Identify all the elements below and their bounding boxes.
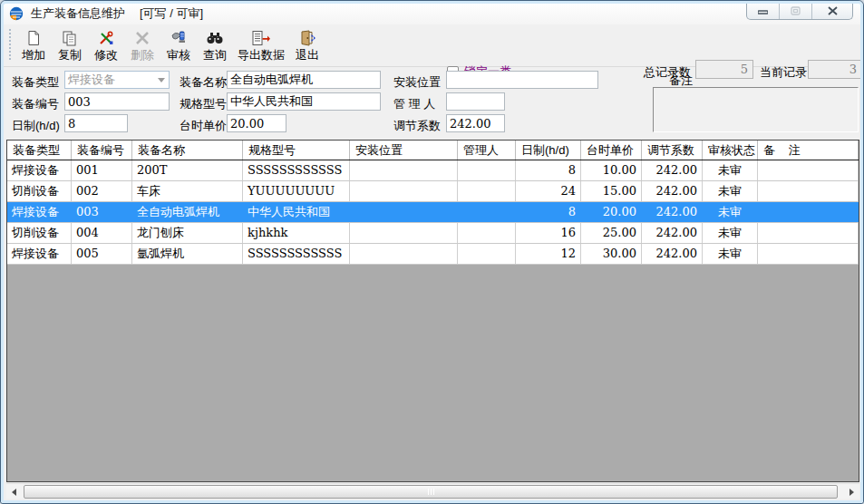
title-mode: [可写 / 可审] — [140, 6, 203, 20]
table-cell: 242.00 — [642, 160, 703, 180]
audit-button-label: 审核 — [167, 48, 190, 63]
restore-button[interactable] — [780, 3, 812, 19]
table-cell: 16 — [516, 223, 581, 243]
table-cell: 龙门刨床 — [132, 223, 243, 243]
exit-icon — [298, 28, 316, 48]
arrow-right-icon — [849, 489, 854, 496]
table-cell: 25.00 — [581, 223, 642, 243]
table-cell — [458, 244, 516, 264]
equipment-no-field[interactable] — [64, 92, 170, 111]
hourly-price-field[interactable] — [227, 114, 286, 132]
table-cell: 未审 — [703, 244, 758, 264]
page-title: 生产装备信息维护[可写 / 可审] — [31, 3, 203, 24]
audit-icon — [170, 28, 187, 48]
table-cell: SSSSSSSSSSSS — [243, 160, 350, 180]
current-record-label: 当前记录 — [760, 64, 807, 81]
scroll-right-button[interactable] — [844, 484, 859, 499]
grid-header: 装备类型装备编号装备名称规格型号安装位置管理人日制(h/d)台时单价调节系数审核… — [7, 141, 859, 160]
table-cell — [350, 244, 458, 264]
table-cell — [350, 160, 458, 180]
table-cell: 焊接设备 — [7, 202, 72, 222]
delete-button[interactable]: 删除 — [124, 26, 160, 63]
grid-column-header: 备 注 — [758, 141, 859, 160]
equipment-name-field[interactable] — [227, 71, 381, 89]
horizontal-scrollbar[interactable] — [6, 483, 859, 499]
exit-button[interactable]: 退出 — [289, 26, 325, 63]
table-cell — [458, 202, 516, 222]
table-cell: 200T — [132, 160, 243, 180]
table-row[interactable]: 焊接设备003全自动电弧焊机中华人民共和国820.00242.00未审 — [7, 202, 859, 223]
table-cell: 004 — [72, 223, 132, 243]
table-cell: 242.00 — [642, 202, 703, 222]
close-button[interactable] — [812, 3, 852, 19]
table-cell: 8 — [516, 160, 581, 180]
table-cell: 20.00 — [581, 202, 642, 222]
table-cell — [350, 223, 458, 243]
table-cell: SSSSSSSSSSSS — [243, 244, 350, 264]
table-cell: 242.00 — [642, 244, 703, 264]
table-cell: 未审 — [703, 223, 758, 243]
spec-model-field[interactable] — [227, 92, 381, 111]
toolbar-gripper[interactable] — [9, 29, 12, 62]
table-cell: 切削设备 — [7, 223, 72, 243]
grid-column-header: 审核状态 — [703, 141, 758, 160]
grid-column-header: 调节系数 — [642, 141, 703, 160]
grid-column-header: 装备名称 — [132, 141, 243, 160]
table-cell: 10.00 — [581, 160, 642, 180]
table-cell: 焊接设备 — [7, 244, 72, 264]
equipment-type-value: 焊接设备 — [65, 72, 154, 88]
manager-field[interactable] — [446, 92, 505, 111]
table-cell: 氩弧焊机 — [132, 244, 243, 264]
table-row[interactable]: 切削设备004龙门刨床kjhkhk1625.00242.00未审 — [7, 223, 859, 244]
table-cell: 未审 — [703, 160, 758, 180]
table-cell: 001 — [72, 160, 132, 180]
table-cell: 30.00 — [581, 244, 642, 264]
add-button-label: 增加 — [22, 48, 45, 63]
table-cell: 车床 — [132, 181, 243, 201]
total-records-value: 5 — [695, 60, 753, 79]
export-button[interactable]: 导出数据 — [233, 26, 289, 63]
table-cell: 005 — [72, 244, 132, 264]
grid-column-header: 台时单价 — [581, 141, 642, 160]
equipment-name-label: 装备名称 — [180, 74, 227, 91]
scroll-left-button[interactable] — [6, 484, 22, 499]
modify-button[interactable]: 修改 — [88, 26, 124, 63]
toolbar-buttons: 增加 复制 修改 删除 — [15, 26, 325, 63]
export-icon — [251, 28, 271, 48]
query-button-label: 查询 — [203, 48, 227, 63]
table-cell — [758, 223, 859, 243]
table-row[interactable]: 焊接设备005氩弧焊机SSSSSSSSSSSS1230.00242.00未审 — [7, 244, 859, 265]
chevron-down-icon — [154, 78, 169, 82]
daily-hours-field[interactable] — [64, 114, 128, 132]
table-cell — [758, 160, 859, 180]
grid-empty-area — [7, 265, 859, 481]
table-cell — [458, 223, 516, 243]
adjust-factor-field[interactable] — [446, 114, 505, 132]
equipment-type-label: 装备类型 — [12, 74, 59, 91]
table-row[interactable]: 切削设备002车床YUUUUUUUU2415.00242.00未审 — [7, 181, 859, 202]
install-location-field[interactable] — [446, 71, 598, 89]
grid-column-header: 装备类型 — [7, 141, 72, 160]
query-button[interactable]: 查询 — [197, 26, 233, 63]
copy-button[interactable]: 复制 — [52, 26, 88, 63]
window-controls — [746, 3, 853, 20]
equipment-type-combo[interactable]: 焊接设备 — [64, 71, 170, 89]
copy-button-label: 复制 — [58, 48, 82, 63]
table-cell: YUUUUUUUU — [243, 181, 350, 201]
audit-button[interactable]: 审核 — [160, 26, 197, 63]
title-bar: 生产装备信息维护[可写 / 可审] — [4, 3, 862, 24]
arrow-left-icon — [12, 489, 16, 496]
grid-column-header: 日制(h/d) — [516, 141, 581, 160]
table-row[interactable]: 焊接设备001200TSSSSSSSSSSSS810.00242.00未审 — [7, 160, 859, 181]
remark-field[interactable] — [653, 87, 859, 132]
table-cell: 003 — [72, 202, 132, 222]
export-button-label: 导出数据 — [238, 48, 285, 63]
table-cell: kjhkhk — [243, 223, 350, 243]
install-location-label: 安装位置 — [393, 74, 441, 91]
add-button[interactable]: 增加 — [15, 26, 52, 63]
minimize-button[interactable] — [747, 3, 780, 19]
table-cell: 242.00 — [642, 223, 703, 243]
manager-label: 管 理 人 — [393, 96, 435, 112]
scrollbar-thumb[interactable] — [24, 485, 838, 499]
table-cell — [458, 160, 516, 180]
